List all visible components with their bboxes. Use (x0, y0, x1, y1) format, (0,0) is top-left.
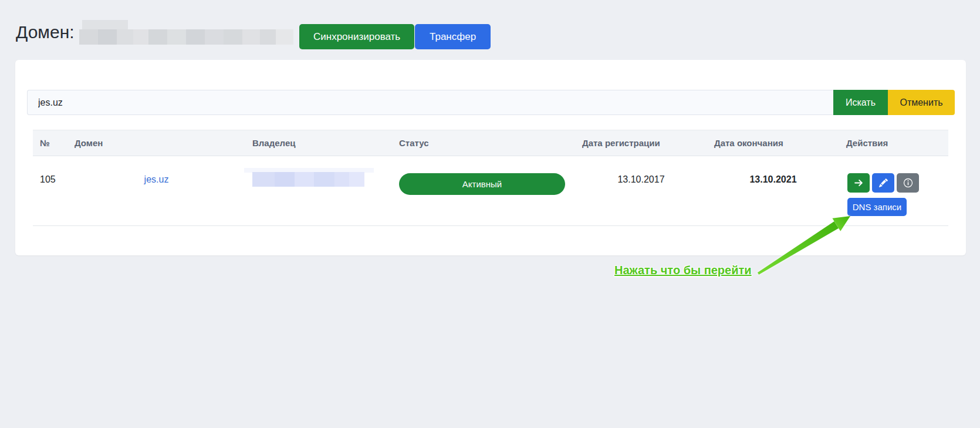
info-circle-icon (903, 178, 913, 188)
annotation-text: Нажать что бы перейти (614, 264, 752, 277)
redacted-owner-name (252, 168, 373, 189)
cell-status: Активный (392, 156, 575, 226)
transfer-button[interactable]: Трансфер (415, 24, 491, 49)
domain-link[interactable]: jes.uz (144, 174, 169, 184)
page: Домен: Синхронизировать Трансфер Искать … (0, 0, 980, 428)
column-header-owner: Владелец (245, 130, 392, 156)
synchronize-button[interactable]: Синхронизировать (299, 24, 414, 49)
dns-records-button[interactable]: DNS записи (847, 198, 907, 216)
redaction-block (79, 29, 293, 45)
cell-registration-date: 13.10.2017 (575, 156, 707, 226)
cell-actions: DNS записи (839, 156, 948, 226)
table-header-row: № Домен Владелец Статус Дата регистрации… (33, 130, 948, 156)
annotation-arrow-icon (755, 210, 852, 278)
search-group: Искать Отменить (27, 90, 955, 115)
cancel-button[interactable]: Отменить (888, 90, 955, 115)
info-button[interactable] (897, 173, 919, 193)
redaction-block (82, 20, 128, 30)
cell-domain: jes.uz (67, 156, 245, 226)
go-to-domain-button[interactable] (847, 173, 870, 193)
column-header-registration-date: Дата регистрации (575, 130, 707, 156)
cell-owner (245, 156, 392, 226)
arrow-right-icon (854, 178, 864, 188)
column-header-actions: Действия (839, 130, 948, 156)
edit-button[interactable] (872, 173, 894, 193)
search-button[interactable]: Искать (833, 90, 888, 115)
redacted-domain-name (79, 20, 293, 45)
status-badge: Активный (399, 173, 565, 195)
column-header-status: Статус (392, 130, 575, 156)
action-buttons (847, 173, 944, 193)
column-header-expiry-date: Дата окончания (707, 130, 839, 156)
redaction-block (252, 172, 364, 187)
search-input[interactable] (27, 90, 833, 115)
page-title: Домен: (16, 22, 75, 42)
pencil-icon (879, 178, 888, 187)
column-header-number: № (33, 130, 67, 156)
cell-number: 105 (33, 156, 67, 226)
column-header-domain: Домен (67, 130, 245, 156)
